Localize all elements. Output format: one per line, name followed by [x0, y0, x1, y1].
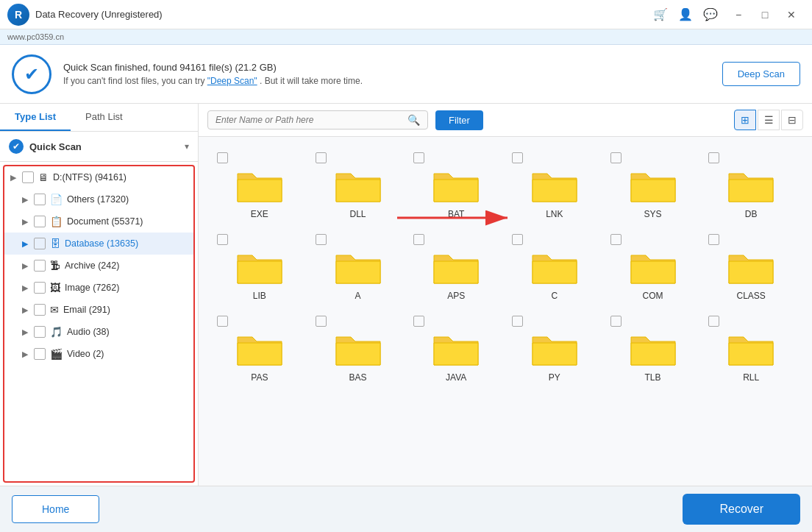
checkbox-document[interactable]	[34, 216, 46, 227]
checkbox-tlb[interactable]	[610, 316, 622, 327]
tree-item-document[interactable]: ▶ 📋 Document (55371)	[4, 210, 193, 233]
tree-item-video[interactable]: ▶ 🎬 Video (2)	[4, 343, 193, 365]
file-item-a[interactable]: A	[309, 226, 407, 308]
cart-icon[interactable]: 🛒	[653, 7, 668, 21]
tree-item-email[interactable]: ▶ ✉ Email (291)	[4, 299, 193, 321]
checkbox-com[interactable]	[610, 234, 622, 245]
checkbox-dll[interactable]	[316, 152, 327, 163]
chevron-icon: ▶	[22, 261, 34, 271]
deep-scan-button[interactable]: Deep Scan	[722, 62, 800, 86]
item-label-email: Email (291)	[63, 305, 188, 315]
checkbox-others[interactable]	[34, 194, 46, 205]
tab-type-list[interactable]: Type List	[0, 104, 71, 131]
file-label-db: DB	[745, 209, 758, 219]
file-item-db[interactable]: DB	[702, 144, 800, 226]
tab-path-list[interactable]: Path List	[71, 104, 138, 131]
file-label-py: PY	[549, 372, 560, 383]
user-icon[interactable]: 👤	[678, 7, 693, 21]
video-icon: 🎬	[50, 348, 63, 360]
file-item-dll[interactable]: DLL	[309, 144, 407, 226]
file-item-lib[interactable]: LIB	[210, 226, 309, 308]
folder-icon-exe	[236, 166, 283, 205]
file-label-class: CLASS	[737, 291, 766, 301]
file-item-rll[interactable]: RLL	[702, 308, 800, 389]
maximize-button[interactable]: □	[752, 4, 778, 26]
checkbox-image[interactable]	[34, 282, 46, 294]
checkbox-d-ntfs[interactable]	[22, 171, 34, 183]
file-item-aps[interactable]: APS	[407, 226, 505, 308]
file-item-class[interactable]: CLASS	[702, 226, 800, 308]
file-label-com: COM	[643, 291, 663, 301]
tree-item-database[interactable]: ▶ 🗄 Database (13635)	[4, 233, 193, 255]
folder-icon-lnk	[531, 166, 578, 205]
minimize-button[interactable]: −	[725, 4, 752, 26]
file-item-c[interactable]: C	[505, 226, 604, 308]
checkbox-a[interactable]	[316, 234, 327, 245]
quick-scan-chevron[interactable]: ▾	[185, 141, 189, 152]
checkbox-class[interactable]	[708, 234, 719, 245]
checkbox-bat[interactable]	[413, 152, 424, 163]
drive-icon: 🖥	[38, 171, 49, 183]
file-item-py[interactable]: PY	[505, 308, 604, 389]
file-item-bat[interactable]: BAT	[407, 144, 505, 226]
scan-info-bar: ✔ Quick Scan finished, found 94161 file(…	[0, 45, 812, 104]
file-item-sys[interactable]: SYS	[604, 144, 702, 226]
file-item-tlb[interactable]: TLB	[604, 308, 702, 389]
grid-wrapper: EXE DLL	[199, 137, 812, 486]
file-item-bas[interactable]: BAS	[309, 308, 407, 389]
checkbox-c[interactable]	[512, 234, 523, 245]
file-item-com[interactable]: COM	[604, 226, 702, 308]
file-item-pas[interactable]: PAS	[210, 308, 309, 389]
folder-icon-rll	[727, 330, 774, 368]
checkbox-lib[interactable]	[217, 234, 228, 245]
item-label-archive: Archive (242)	[65, 260, 188, 271]
home-button[interactable]: Home	[12, 495, 99, 523]
checkbox-lnk[interactable]	[512, 152, 523, 163]
list-view-button[interactable]: ☰	[758, 110, 780, 130]
tree-item-audio[interactable]: ▶ 🎵 Audio (38)	[4, 321, 193, 343]
toolbar: 🔍 Filter ⊞ ☰ ⊟	[199, 104, 812, 137]
tree-item-image[interactable]: ▶ 🖼 Image (7262)	[4, 277, 193, 299]
close-button[interactable]: ✕	[778, 4, 805, 26]
checkbox-pas[interactable]	[217, 316, 228, 327]
checkbox-py[interactable]	[512, 316, 523, 327]
recover-button[interactable]: Recover	[683, 494, 800, 525]
details-view-button[interactable]: ⊟	[781, 110, 803, 130]
filter-button[interactable]: Filter	[435, 110, 483, 130]
tree-item-others[interactable]: ▶ 📄 Others (17320)	[4, 188, 193, 210]
checkbox-email[interactable]	[34, 304, 46, 316]
checkbox-aps[interactable]	[413, 234, 424, 245]
checkbox-java[interactable]	[413, 316, 424, 327]
quick-scan-check-icon: ✔	[9, 139, 24, 154]
deep-scan-link[interactable]: "Deep Scan"	[207, 76, 257, 86]
checkbox-archive[interactable]	[34, 260, 46, 272]
checkbox-rll[interactable]	[708, 316, 719, 327]
file-label-c: C	[552, 291, 558, 301]
checkbox-db[interactable]	[708, 152, 719, 163]
folder-icon-com	[630, 248, 677, 286]
grid-view-button[interactable]: ⊞	[734, 110, 756, 130]
document-icon: 📋	[50, 216, 63, 227]
chevron-icon: ▶	[22, 283, 34, 293]
checkbox-bas[interactable]	[316, 316, 327, 327]
file-item-exe[interactable]: EXE	[210, 144, 309, 226]
folder-icon-dll	[335, 166, 382, 205]
checkbox-sys[interactable]	[610, 152, 622, 163]
folder-icon-pas	[236, 330, 283, 368]
title-bar: R Data Recovery (Unregistered) 🛒 👤 💬 − □…	[0, 0, 812, 29]
file-label-exe: EXE	[251, 209, 268, 219]
checkbox-exe[interactable]	[217, 152, 228, 163]
checkbox-video[interactable]	[34, 348, 46, 360]
item-label-video: Video (2)	[67, 349, 188, 359]
tree-item-d-ntfs[interactable]: ▶ 🖥 D:(NTFS) (94161)	[4, 166, 193, 188]
chevron-icon: ▶	[22, 350, 34, 359]
chat-icon[interactable]: 💬	[703, 7, 718, 21]
file-item-lnk[interactable]: LNK	[505, 144, 604, 226]
search-input[interactable]	[216, 115, 407, 125]
checkbox-audio[interactable]	[34, 326, 46, 338]
folder-icon-aps	[432, 248, 480, 286]
checkbox-database[interactable]	[34, 238, 46, 249]
folder-icon-sys	[630, 166, 677, 205]
tree-item-archive[interactable]: ▶ 🗜 Archive (242)	[4, 255, 193, 277]
file-item-java[interactable]: JAVA	[407, 308, 505, 389]
